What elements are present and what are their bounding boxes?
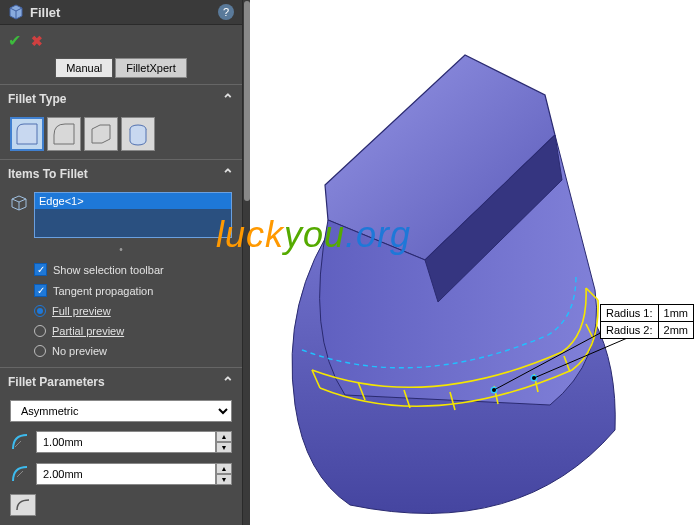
- section-params: Fillet Parameters ⌃ Asymmetric ▲▼ ▲▼: [0, 367, 242, 520]
- selection-item[interactable]: Edge<1>: [35, 193, 231, 209]
- label-full-preview: Full preview: [52, 305, 111, 317]
- section-header-items[interactable]: Items To Fillet ⌃: [0, 160, 242, 188]
- radius1-input[interactable]: [36, 431, 216, 453]
- dimension-callouts: Radius 1: 1mm Radius 2: 2mm: [600, 304, 694, 339]
- profile-button[interactable]: [10, 494, 36, 516]
- fillet-feature-icon: [8, 4, 24, 20]
- svg-point-6: [532, 376, 536, 380]
- help-icon[interactable]: ?: [218, 4, 234, 20]
- section-title-params: Fillet Parameters: [8, 375, 105, 389]
- callout-r2-label: Radius 2:: [601, 322, 658, 339]
- resize-grip[interactable]: •: [0, 242, 242, 257]
- radius2-up[interactable]: ▲: [216, 463, 232, 474]
- fillet-type-variable[interactable]: [47, 117, 81, 151]
- panel-scrollbar[interactable]: [242, 0, 250, 525]
- label-no-preview: No preview: [52, 345, 107, 357]
- action-row: ✔ ✖: [0, 25, 242, 56]
- fillet-mode-select[interactable]: Asymmetric: [10, 400, 232, 422]
- label-partial-preview: Partial preview: [52, 325, 124, 337]
- radius1-up[interactable]: ▲: [216, 431, 232, 442]
- checkbox-show-toolbar[interactable]: ✓: [34, 263, 47, 276]
- chevron-up-icon: ⌃: [222, 91, 234, 107]
- mode-tabs: Manual FilletXpert: [0, 56, 242, 84]
- svg-point-4: [492, 388, 496, 392]
- radius1-down[interactable]: ▼: [216, 442, 232, 453]
- callout-r2-value[interactable]: 2mm: [658, 322, 693, 339]
- edge-selection-icon: [10, 194, 28, 212]
- section-header-type[interactable]: Fillet Type ⌃: [0, 85, 242, 113]
- checkbox-tangent[interactable]: ✓: [34, 284, 47, 297]
- tab-filletxpert[interactable]: FilletXpert: [115, 58, 187, 78]
- section-title-items: Items To Fillet: [8, 167, 88, 181]
- section-items: Items To Fillet ⌃ Edge<1> • ✓Show select…: [0, 159, 242, 367]
- property-panel: Fillet ? ✔ ✖ Manual FilletXpert Fillet T…: [0, 0, 242, 525]
- fillet-type-full-round[interactable]: [121, 117, 155, 151]
- model-render: [250, 0, 700, 525]
- panel-title: Fillet: [30, 5, 218, 20]
- 3d-viewport[interactable]: Radius 1: 1mm Radius 2: 2mm: [250, 0, 700, 525]
- radio-partial-preview[interactable]: [34, 325, 46, 337]
- label-show-toolbar: Show selection toolbar: [53, 264, 164, 276]
- callout-r1-value[interactable]: 1mm: [658, 305, 693, 322]
- tab-manual[interactable]: Manual: [55, 58, 113, 78]
- section-fillet-type: Fillet Type ⌃: [0, 84, 242, 159]
- radio-full-preview[interactable]: [34, 305, 46, 317]
- callout-r1-label: Radius 1:: [601, 305, 658, 322]
- ok-button[interactable]: ✔: [8, 31, 21, 50]
- fillet-type-face[interactable]: [84, 117, 118, 151]
- selection-list[interactable]: Edge<1>: [34, 192, 232, 238]
- chevron-up-icon: ⌃: [222, 374, 234, 390]
- chevron-up-icon: ⌃: [222, 166, 234, 182]
- profile-icon: [15, 498, 31, 512]
- section-title-type: Fillet Type: [8, 92, 66, 106]
- radius2-icon: [10, 464, 30, 484]
- label-tangent: Tangent propagation: [53, 285, 153, 297]
- panel-header: Fillet ?: [0, 0, 242, 25]
- fillet-type-constant[interactable]: [10, 117, 44, 151]
- radius2-down[interactable]: ▼: [216, 474, 232, 485]
- cancel-button[interactable]: ✖: [31, 33, 43, 49]
- radio-no-preview[interactable]: [34, 345, 46, 357]
- section-header-params[interactable]: Fillet Parameters ⌃: [0, 368, 242, 396]
- radius2-input[interactable]: [36, 463, 216, 485]
- radius1-icon: [10, 432, 30, 452]
